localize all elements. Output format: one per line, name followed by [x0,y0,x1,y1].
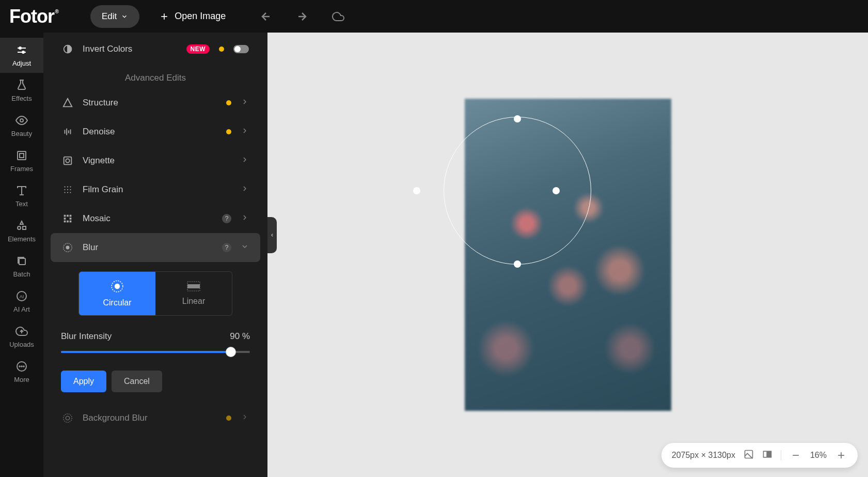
svg-rect-47 [67,221,69,223]
ai-icon: AI [15,290,28,302]
fotor-logo: Fotor® [9,6,54,27]
svg-point-35 [64,189,65,190]
plus-icon [159,11,169,22]
help-icon[interactable]: ? [222,243,231,252]
rail-item-more[interactable]: More [0,354,43,389]
svg-point-23 [23,366,24,367]
svg-rect-11 [20,153,24,158]
blur-intensity-slider[interactable] [61,351,250,353]
blur-tab-linear[interactable]: Linear [155,272,232,315]
arrow-left-icon [260,10,272,23]
edit-dropdown[interactable]: Edit [90,5,139,28]
flask-icon [15,79,28,91]
row-mosaic[interactable]: Mosaic ? [43,204,267,233]
advanced-edits-heading: Advanced Edits [43,64,267,88]
rail-item-frames[interactable]: Frames [0,143,43,178]
chevron-right-icon [241,184,249,195]
blur-intensity-control: Blur Intensity 90 % [43,316,267,358]
row-background-blur[interactable]: Background Blur [43,404,267,433]
svg-rect-15 [23,226,26,229]
slider-handle[interactable] [226,347,235,357]
film-grain-icon [62,184,73,195]
rail-item-beauty[interactable]: Beauty [0,108,43,143]
blur-ring-handle-bottom[interactable] [514,260,521,268]
help-icon[interactable]: ? [222,214,231,223]
canvas-area[interactable] [267,33,868,477]
apply-button[interactable]: Apply [61,371,106,392]
svg-rect-58 [763,451,767,457]
top-bar: Fotor® Edit Open Image [0,0,868,33]
redo-button[interactable] [290,4,314,29]
cancel-button[interactable]: Cancel [112,371,162,392]
premium-dot-icon [226,416,231,421]
svg-rect-46 [64,221,66,223]
row-blur[interactable]: Blur ? [51,233,260,262]
rail-item-elements[interactable]: Elements [0,213,43,249]
undo-button[interactable] [254,4,278,29]
zoom-out-button[interactable]: − [790,449,802,461]
blur-ring-handle-left[interactable] [413,187,420,194]
open-image-button[interactable]: Open Image [159,11,226,22]
chevron-right-icon [241,98,249,109]
rail-item-uploads[interactable]: Uploads [0,319,43,354]
blur-ring-handle-top[interactable] [514,115,521,122]
svg-point-40 [70,192,71,193]
svg-point-31 [66,159,69,162]
svg-point-49 [66,246,69,249]
arrow-right-icon [296,10,308,23]
row-denoise[interactable]: Denoise [43,117,267,146]
row-film-grain[interactable]: Film Grain [43,175,267,204]
background-blur-icon [62,412,73,424]
svg-rect-42 [67,215,69,217]
canvas-dimensions: 2075px × 3130px [672,451,735,460]
mosaic-icon [62,213,73,224]
status-bar: 2075px × 3130px − 16% + [661,443,858,468]
cloud-save-button[interactable] [326,4,351,29]
stack-icon [15,255,28,267]
svg-point-55 [64,414,72,423]
rail-item-aiart[interactable]: AI AI Art [0,284,43,319]
new-badge: NEW [186,44,210,54]
open-image-label: Open Image [175,11,226,22]
row-vignette[interactable]: Vignette [43,146,267,175]
linear-blur-icon [187,281,200,291]
invert-colors-icon [62,43,73,55]
invert-colors-toggle[interactable] [233,45,249,53]
svg-rect-59 [768,451,771,457]
svg-point-22 [21,366,22,367]
structure-icon [62,97,73,109]
left-rail: Adjust Effects Beauty Frames Text Elemen… [0,33,43,477]
svg-rect-48 [70,221,72,223]
blur-ring-handle-right[interactable] [553,187,560,194]
compare-button[interactable] [762,449,772,461]
svg-rect-44 [64,218,66,220]
svg-rect-17 [19,258,25,265]
svg-text:AI: AI [20,294,24,299]
svg-rect-45 [70,218,72,220]
svg-point-9 [20,119,23,122]
blur-type-tabs: Circular Linear [78,271,232,316]
zoom-in-button[interactable]: + [835,449,847,461]
chevron-down-icon [121,13,128,20]
svg-point-51 [115,284,120,289]
rail-item-effects[interactable]: Effects [0,73,43,108]
panel-collapse-handle[interactable] [267,217,277,253]
chevron-right-icon [241,156,249,166]
rail-item-adjust[interactable]: Adjust [0,38,43,73]
row-invert-colors[interactable]: Invert Colors NEW [43,35,267,64]
row-structure[interactable]: Structure [43,88,267,117]
adjust-panel: Invert Colors NEW Advanced Edits Structu… [43,33,267,477]
shapes-icon [15,220,28,232]
blur-intensity-value: 90 % [230,331,250,342]
rail-item-text[interactable]: Text [0,178,43,213]
vignette-icon [62,155,73,166]
blur-ring[interactable] [444,117,591,265]
svg-point-36 [67,189,68,190]
more-icon [15,360,28,373]
blur-tab-circular[interactable]: Circular [79,272,155,315]
rail-item-batch[interactable]: Batch [0,249,43,284]
fit-to-screen-button[interactable] [744,449,754,461]
compare-icon [762,449,772,459]
edit-label: Edit [102,11,117,22]
upload-icon [15,325,28,337]
